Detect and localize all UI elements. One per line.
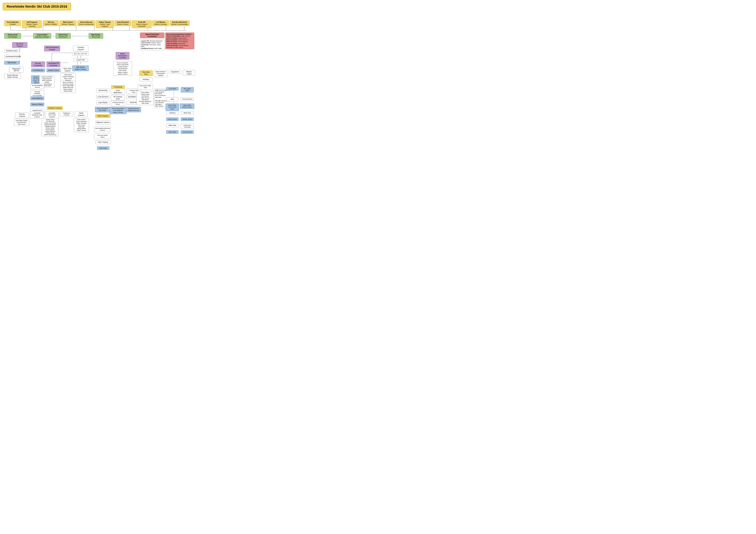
kitchen-hot: Kitchen/HotChocolate — [181, 124, 194, 129]
logo-display: Logo Display — [96, 101, 110, 104]
grant-apps: Grant Applications — [111, 89, 125, 94]
athlete-dev-committee: AthleteDevelopmentCommittee — [116, 52, 129, 60]
bruce-matt: Bruce GranstromMatt Smider — [95, 107, 110, 112]
matt-smider3-box: Matt Smider — [97, 147, 109, 150]
jackrabbit-tuesat: Jackrabbit(Tue & Sat)Coaches — [45, 111, 59, 119]
roller-skis: Roller Skis — [166, 124, 178, 127]
athlete-dev-members: Bruce GranstromPenny Page BrittinJanette… — [113, 61, 132, 76]
matt-smider-prog: Matt Smider — [4, 61, 19, 65]
tajd-coaches-names: (Matt Smider)Bruce GranstromKellen Vizna… — [74, 118, 89, 132]
tajd-coaches: TA/JD Coaches — [75, 111, 88, 117]
tajd-reps-box: TA/JD Reps — [166, 87, 178, 91]
masters-liaison: Masters Liasion — [183, 70, 195, 76]
fundraising-box: Fundraising — [111, 85, 125, 89]
matt-janette-box: Matt SmiderJanette Vickers — [180, 103, 194, 109]
pat-mcmechan: Pat McMechan — [31, 69, 45, 72]
trailblazers-coaches: TrailblazersCoaches — [60, 111, 73, 117]
matt-penny-box: Matt SmiderPenny Page Brittin — [166, 103, 179, 111]
licensed-gaming: Licensed Gaming Event — [111, 101, 125, 106]
special-event-coordinators: Special Club Event Coordinators — [140, 33, 164, 38]
bunnies-parents: Bunnies/RabbitsParents — [30, 84, 44, 89]
inventory: Inventory — [139, 78, 153, 81]
koreen-robyn: Koreen MorroneRobyn Thomas — [4, 73, 21, 79]
director-jeff: Jeff FergusonDirector, Trails & Grooming — [22, 20, 42, 28]
beginner-lessons: Beginner Lessons — [95, 121, 111, 124]
manager-duane: Duane DukartOperations Manager — [33, 33, 51, 39]
local-sponsors: Local Sponsors — [96, 95, 110, 99]
director-kurt: Kurt GrabinskyPresident — [4, 20, 21, 26]
equipment-box: Equipment — [169, 70, 181, 74]
jackrabbit-weekday: Jackrabbit(Weekday Only)Coaches — [30, 111, 44, 119]
ski-skool: Ski S'kool Program — [12, 42, 27, 48]
media-relations: Media RelationsPhotographyWebsite — [154, 70, 168, 77]
janette-vickers: Janette Vickers — [46, 69, 60, 72]
director-robyn: Robyn ThomasDirector, Youth Programs — [96, 20, 114, 28]
adult-programs: Adult Programs — [95, 114, 111, 118]
various-many: Various & Many — [30, 103, 44, 106]
janette-vickers2-box: Janette Vickers — [181, 118, 194, 121]
bunnies-coaches-box: Bunnies Coaches — [15, 112, 29, 118]
registration-sdp: RegistrationSDP Kit — [9, 67, 24, 72]
bc-gaming: BC Gaming Grant — [111, 95, 125, 101]
race-events-wax: Race Events WaxTeam — [138, 84, 153, 89]
open-training: Open Training — [95, 140, 111, 144]
manager-kelsey: Kelsey KnollClub Manager — [4, 33, 21, 39]
race-hosting-committee: Race Hosting Organizing Committee Chief … — [165, 33, 194, 49]
coach-crc: Coach CRC — [73, 58, 88, 62]
special-event-details: Lantern Ski: Brendan MacIntosh Team Scre… — [140, 39, 164, 50]
icc: ICC, CC, L2T, T2T — [72, 52, 89, 56]
jackrabbits-coord: Jackrabbits/TBCoordinator — [46, 62, 60, 67]
matt-robyn: Matt SmiderRobyn Thomas — [72, 66, 89, 71]
bunnies-coord: BunniesCoordinator — [31, 62, 45, 67]
org-chart-title: Revelstoke Nordic Ski Club 2015-2016 — [3, 3, 71, 10]
dominique-group: Dominique PaquinPat McMechanNikki Norrie — [14, 119, 29, 126]
race-wax-members: Rana NelsonTracey LarsonBev BroschMike T… — [137, 91, 154, 105]
one-day-clinics: One Day Int/AdvClinics — [94, 134, 111, 139]
intermediate-lessons: Intermediate/AdvancedLessons — [94, 127, 111, 132]
tracey-larson-box: Tracey Larson — [166, 118, 178, 121]
skill-dev: Skill DevelopmentProgram — [44, 46, 60, 51]
director-lori: Lori MilmineDirector, Secretary — [152, 20, 169, 26]
director-rob: Rob JayDirector, Facilities — [43, 20, 59, 26]
director-paula: Paula HillDirector, Dogs & Snowshoes — [132, 20, 151, 28]
assistant-coach: Assistant Coach — [4, 49, 19, 53]
matt-smider2-box: Matt Smider — [166, 130, 178, 134]
uniforms-box: Uniforms — [166, 111, 178, 115]
manager-jamie: Jamie KrausBookkeeper — [56, 33, 71, 39]
cindy-maloney2-box: Cindy Maloney — [181, 130, 194, 134]
manager-matt: Matt SmiderHead Coach — [89, 33, 103, 39]
vanessa-natalie: Vanessa MorrowNatalie MacLeod — [126, 107, 141, 112]
shed-toys-box: Shed Toys — [181, 111, 194, 115]
page-title: Revelstoke Nordic Ski Club 2015-2016 — [0, 0, 198, 12]
janette-coaches-group: Janette VickersAnn Marie GillKendra Von … — [42, 118, 59, 136]
coaching-courses: Coaching Courses — [73, 46, 88, 51]
pancake-breakfast: Pancake BreakfastHot Chocolate — [30, 90, 44, 97]
ski-league-reps: Ski League Reps — [181, 87, 194, 93]
director-josie: Josie WoodmanDirector, Seniors — [115, 20, 131, 26]
director-mark: Mark GunnerDirector, Treasurer — [60, 20, 76, 26]
cindy-maloney: Cindy Maloney — [30, 97, 44, 100]
sponsorship: Sponsorship — [96, 89, 110, 92]
director-koreen: Koreen MorroneDirector, Membership — [77, 20, 95, 26]
volunteer-coaches: Volunteer Coaches — [47, 106, 63, 110]
penny-lucie-robyn: Penny Page BrittinLucie BergeronRobyn Th… — [110, 107, 126, 114]
wax-box: Wax — [166, 98, 178, 101]
club-skis-poles: Club Skis/Poles — [181, 98, 194, 101]
bruce-granstrom-group: Bruce GranstromRosemary KelsallPenny Pag… — [61, 81, 75, 93]
coordinator-schedule: Coordinator/Schedule — [4, 55, 19, 58]
race-wax-team: Race Wax Team — [139, 70, 153, 76]
director-brendan: Brendan MacIntoshDirector, Communication — [170, 20, 190, 26]
